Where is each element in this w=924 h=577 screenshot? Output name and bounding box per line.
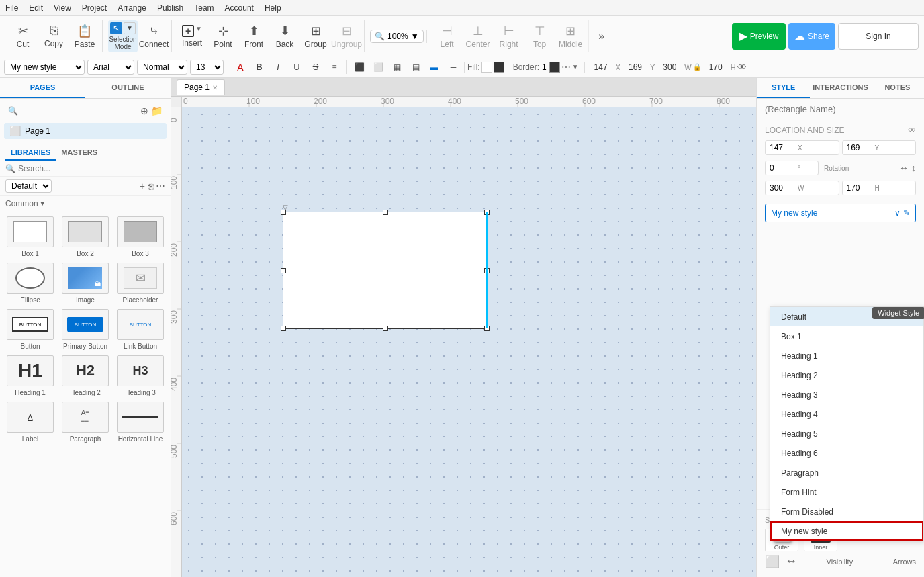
style-menu-item-paragraph[interactable]: Paragraph	[770, 463, 923, 482]
align-left-button[interactable]: ⊣ Left	[432, 20, 462, 52]
selection-box[interactable]	[283, 212, 488, 329]
component-label[interactable]: A Label	[5, 402, 55, 443]
tab-masters[interactable]: MASTERS	[56, 146, 103, 161]
handle-bottom-left[interactable]	[281, 326, 286, 331]
underline-style-button[interactable]: ▬	[426, 59, 443, 75]
tab-outline[interactable]: OUTLINE	[85, 78, 171, 98]
canvas-content[interactable]: ▽	[182, 107, 756, 577]
signin-button[interactable]: Sign In	[838, 23, 919, 50]
align-middle-button[interactable]: ⊞ Middle	[556, 20, 586, 52]
zoom-selector[interactable]: 🔍 100% ▼	[370, 30, 424, 43]
component-heading3[interactable]: H3 Heading 3	[116, 355, 165, 396]
style-menu-item-my-new-style[interactable]: My new style	[770, 521, 923, 541]
font-selector[interactable]: Arial	[87, 60, 134, 75]
align-center-button[interactable]: ⊥ Center	[463, 20, 493, 52]
component-box3[interactable]: Box 3	[116, 216, 165, 257]
style-menu-item-heading1[interactable]: Heading 1	[770, 346, 923, 365]
cut-button[interactable]: ✂ Cut	[8, 20, 38, 52]
width-field[interactable]	[656, 62, 683, 72]
component-box2[interactable]: Box 2	[60, 216, 110, 257]
style-menu-item-heading2[interactable]: Heading 2	[770, 365, 923, 385]
rotation-input[interactable]	[770, 163, 796, 173]
menu-project[interactable]: Project	[82, 3, 107, 13]
point-button[interactable]: ⊹ Point	[208, 20, 238, 52]
fill-color-swatch[interactable]	[481, 62, 492, 73]
menu-view[interactable]: View	[54, 3, 71, 13]
visibility-toggle-small-icon[interactable]: 👁	[908, 126, 916, 135]
folder-icon[interactable]: 📁	[151, 105, 163, 116]
menu-account[interactable]: Account	[225, 3, 254, 13]
align-left-text-button[interactable]: ⬛	[351, 59, 367, 75]
font-color-button[interactable]: A	[232, 59, 248, 75]
front-button[interactable]: ⬆ Front	[239, 20, 269, 52]
h-input[interactable]	[847, 183, 874, 193]
lib-dropdown[interactable]: Default	[5, 179, 52, 193]
copy-button[interactable]: ⎘ Copy	[39, 20, 68, 52]
add-lib-button[interactable]: +	[140, 181, 145, 191]
w-input[interactable]	[770, 183, 796, 193]
component-heading1[interactable]: H1 Heading 1	[5, 355, 55, 396]
tab-libraries[interactable]: LIBRARIES	[5, 146, 56, 161]
component-placeholder[interactable]: ✉ Placeholder	[116, 263, 165, 304]
menu-team[interactable]: Team	[194, 3, 214, 13]
back-button[interactable]: ⬇ Back	[270, 20, 299, 52]
visibility-toggle-icon[interactable]: 👁	[737, 62, 747, 73]
menu-help[interactable]: Help	[265, 3, 281, 13]
lib-search-input[interactable]	[18, 164, 165, 173]
style-selector[interactable]: My new style	[4, 60, 85, 75]
style-menu-item-heading4[interactable]: Heading 4	[770, 404, 923, 424]
page-item-1[interactable]: ⬜ Page 1	[4, 123, 167, 139]
ungroup-button[interactable]: ⊟ Ungroup	[332, 20, 361, 52]
align-right-text-button[interactable]: ▦	[389, 59, 405, 75]
preview-button[interactable]: ▶ Preview	[732, 23, 786, 50]
style-edit-icon[interactable]: ✎	[903, 208, 910, 218]
y-coordinate[interactable]	[622, 62, 649, 72]
paste-button[interactable]: 📋 Paste	[70, 20, 99, 52]
more-lib-button[interactable]: ⋯	[156, 181, 165, 191]
insert-button[interactable]: + ▼ Insert	[177, 20, 207, 52]
handle-middle-left[interactable]	[281, 268, 286, 273]
y-input[interactable]	[847, 143, 874, 152]
tab-interactions[interactable]: INTERACTIONS	[810, 78, 871, 98]
bullet-list-button[interactable]: ≡	[326, 59, 342, 75]
style-menu-item-form-hint[interactable]: Form Hint	[770, 482, 923, 502]
component-hline[interactable]: Horizontal Line	[116, 402, 165, 443]
style-menu-item-heading5[interactable]: Heading 5	[770, 424, 923, 443]
menu-edit[interactable]: Edit	[29, 3, 43, 13]
fill-dark-swatch[interactable]	[494, 62, 504, 73]
style-menu-item-form-disabled[interactable]: Form Disabled	[770, 502, 923, 521]
bold-button[interactable]: B	[251, 59, 267, 75]
menu-arrange[interactable]: Arrange	[118, 3, 146, 13]
more-button[interactable]: »	[592, 23, 612, 50]
handle-bottom-center[interactable]	[383, 326, 388, 331]
style-menu-item-heading3[interactable]: Heading 3	[770, 385, 923, 404]
menu-publish[interactable]: Publish	[157, 3, 183, 13]
x-coordinate[interactable]	[588, 62, 614, 72]
component-button[interactable]: BUTTON Button	[5, 309, 55, 350]
underline-button[interactable]: U	[289, 59, 305, 75]
tab-notes[interactable]: NOTES	[871, 78, 924, 98]
group-button[interactable]: ⊞ Group	[301, 20, 330, 52]
tab-style[interactable]: STYLE	[757, 78, 810, 98]
align-right-button[interactable]: ⊢ Right	[494, 20, 524, 52]
component-link-button[interactable]: BUTTON Link Button	[116, 309, 165, 350]
menu-file[interactable]: File	[5, 3, 18, 13]
style-menu-item-box1[interactable]: Box 1	[770, 326, 923, 346]
style-dropdown[interactable]: My new style ∨ ✎	[765, 204, 916, 222]
connect-button[interactable]: ⤷ Connect	[139, 20, 169, 52]
font-weight-selector[interactable]: Normal	[137, 60, 187, 75]
visibility-icon[interactable]: ⬜	[765, 554, 780, 569]
add-page-icon[interactable]: ⊕	[140, 105, 148, 116]
font-size-selector[interactable]: 13	[190, 60, 224, 75]
align-top-button[interactable]: ⊤ Top	[525, 20, 555, 52]
close-tab-icon[interactable]: ✕	[212, 84, 218, 91]
strikethrough-style-button[interactable]: ─	[445, 59, 461, 75]
component-box1[interactable]: Box 1	[5, 216, 55, 257]
rect-name-input[interactable]	[757, 99, 924, 120]
handle-top-center[interactable]	[383, 210, 388, 215]
align-center-text-button[interactable]: ⬜	[370, 59, 386, 75]
align-justify-text-button[interactable]: ▤	[408, 59, 424, 75]
strikethrough-button[interactable]: S	[308, 59, 324, 75]
style-menu-item-heading6[interactable]: Heading 6	[770, 443, 923, 463]
share-button[interactable]: ☁ Share	[788, 23, 835, 50]
